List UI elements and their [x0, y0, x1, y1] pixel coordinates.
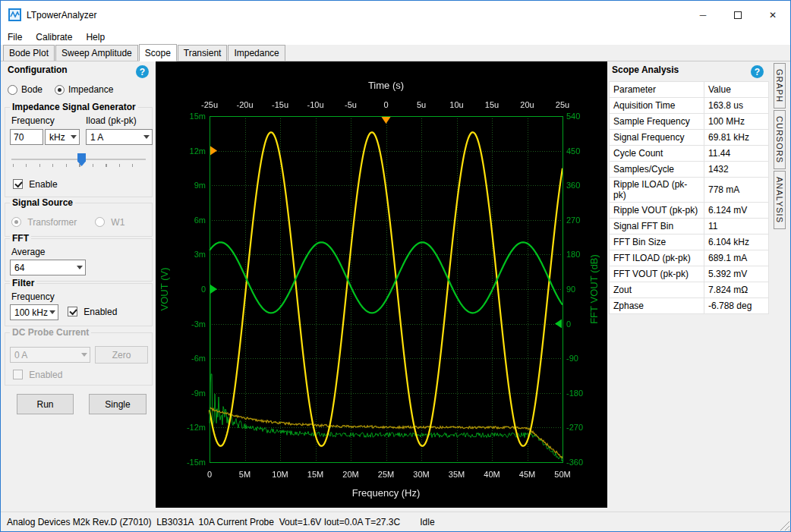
close-icon[interactable]: ✕: [755, 1, 790, 29]
analysis-row: Cycle Count11.44: [610, 146, 769, 162]
iload-slider[interactable]: [11, 152, 146, 168]
dc-probe-value: 0 A: [14, 350, 27, 360]
analysis-value: 6.124 mV: [704, 203, 769, 219]
radio-bode-circle: [8, 85, 17, 95]
menu-calibrate[interactable]: Calibrate: [29, 30, 79, 44]
frequency-unit-select[interactable]: kHz: [45, 129, 80, 145]
generator-group-title: Impedance Signal Generator: [10, 102, 138, 112]
radio-transformer[interactable]: Transformer: [11, 217, 77, 228]
tab-impedance[interactable]: Impedance: [228, 45, 285, 61]
analysis-parameter: Ripple ILOAD (pk-pk): [610, 178, 704, 203]
single-button[interactable]: Single: [89, 394, 147, 414]
side-tab-graph[interactable]: GRAPH: [774, 63, 786, 109]
enable-checkbox[interactable]: Enable: [13, 179, 58, 190]
maximize-glyph: [734, 11, 742, 19]
menu-help[interactable]: Help: [79, 30, 112, 44]
tab-transient[interactable]: Transient: [178, 45, 228, 61]
chevron-down-icon: [143, 135, 150, 139]
dc-probe-select: 0 A: [10, 347, 90, 363]
analysis-col-parameter: Parameter: [610, 82, 704, 98]
iload-select[interactable]: 1 A: [86, 129, 153, 145]
frequency-label: Frequency: [11, 115, 55, 126]
analysis-row: Signal FFT Bin11: [610, 219, 769, 235]
analysis-row: Aquisition Time163.8 us: [610, 98, 769, 114]
side-tab-analysis[interactable]: ANALYSIS: [774, 171, 786, 229]
analysis-value: -6.788 deg: [704, 298, 769, 314]
analysis-parameter: Aquisition Time: [610, 98, 704, 114]
signal-source-title: Signal Source: [10, 197, 75, 208]
dc-probe-enabled-label: Enabled: [29, 370, 62, 380]
run-button[interactable]: Run: [17, 394, 74, 414]
analysis-parameter: Zout: [610, 282, 704, 298]
status-device-info: Analog Devices M2k Rev.D (Z7010) LB3031A…: [7, 517, 400, 527]
configuration-panel: Configuration ? Bode Impedance Impedance…: [2, 61, 156, 506]
radio-impedance-label: Impedance: [68, 84, 113, 95]
analysis-value: 11: [704, 219, 769, 235]
analysis-parameter: FFT Bin Size: [610, 235, 704, 250]
dc-probe-enabled-box: [13, 370, 23, 379]
filter-enabled-box: [68, 307, 77, 316]
analysis-row: Ripple VOUT (pk-pk)6.124 mV: [610, 203, 769, 219]
filter-enabled-label: Enabled: [84, 307, 117, 317]
maximize-icon[interactable]: [720, 1, 755, 29]
tab-bode-plot[interactable]: Bode Plot: [3, 45, 55, 61]
help-icon[interactable]: ?: [136, 65, 149, 78]
scope-analysis-panel: Scope Analysis ? Parameter Value Aquisit…: [607, 61, 773, 506]
radio-transformer-circle: [11, 217, 21, 227]
iload-value: 1 A: [90, 132, 103, 143]
fft-average-value: 64: [14, 263, 24, 273]
app-window: LTpowerAnalyzer ─ ✕ FileCalibrateHelp Bo…: [0, 0, 791, 532]
analysis-parameter: Samples/Cycle: [610, 162, 704, 178]
impedance-signal-generator-group: Impedance Signal Generator Frequency Ilo…: [5, 107, 153, 197]
filter-enabled-checkbox[interactable]: Enabled: [68, 307, 117, 317]
help-icon[interactable]: ?: [751, 65, 764, 78]
analysis-header-row: Parameter Value: [610, 82, 769, 98]
radio-w1[interactable]: W1: [95, 217, 124, 228]
analysis-value: 6.104 kHz: [704, 235, 769, 250]
side-tab-cursors[interactable]: CURSORS: [774, 110, 786, 169]
analysis-parameter: Sample Frequency: [610, 114, 704, 130]
tab-scope[interactable]: Scope: [139, 44, 177, 61]
zero-button-label: Zero: [112, 350, 131, 360]
frequency-unit-value: kHz: [49, 132, 65, 143]
slider-ticks: [13, 164, 144, 167]
radio-w1-label: W1: [111, 217, 124, 228]
analysis-parameter: Signal FFT Bin: [610, 219, 704, 235]
tab-sweep-amplitude[interactable]: Sweep Amplitude: [55, 45, 138, 61]
title-bar: LTpowerAnalyzer ─ ✕: [1, 1, 790, 29]
scope-plot-area: [156, 61, 607, 508]
analysis-row: Signal Frequency69.81 kHz: [610, 130, 769, 146]
menu-bar: FileCalibrateHelp: [1, 29, 790, 45]
frequency-input[interactable]: [10, 129, 43, 145]
side-tab-strip: GRAPHCURSORSANALYSIS: [773, 61, 786, 506]
analysis-value: 163.8 us: [704, 98, 769, 114]
enable-checkbox-box: [13, 179, 23, 189]
analysis-value: 778 mA: [704, 178, 769, 203]
fft-average-select[interactable]: 64: [10, 260, 86, 275]
minimize-icon[interactable]: ─: [685, 1, 720, 29]
analysis-parameter: Cycle Count: [610, 146, 704, 162]
enable-label: Enable: [29, 179, 57, 190]
scope-plot-canvas[interactable]: [156, 61, 607, 508]
radio-bode[interactable]: Bode: [8, 84, 43, 95]
filter-frequency-value: 100 kHz: [14, 307, 48, 318]
radio-w1-circle: [95, 217, 105, 227]
radio-impedance-circle: [55, 85, 65, 95]
scope-analysis-title: Scope Analysis: [612, 65, 679, 75]
resize-grip-icon[interactable]: [779, 520, 789, 530]
average-label: Average: [11, 247, 45, 257]
analysis-parameter: Signal Frequency: [610, 130, 704, 146]
fft-group-title: FFT: [10, 233, 31, 244]
filter-frequency-select[interactable]: 100 kHz: [10, 304, 58, 320]
analysis-value: 1432: [704, 162, 769, 178]
filter-group: Filter Frequency 100 kHz Enabled: [5, 283, 153, 326]
menu-file[interactable]: File: [1, 30, 29, 44]
analysis-table-body: Aquisition Time163.8 usSample Frequency1…: [610, 98, 769, 314]
analysis-row: Ripple ILOAD (pk-pk)778 mA: [610, 178, 769, 203]
analysis-row: FFT ILOAD (pk-pk)689.1 mA: [610, 250, 769, 266]
radio-impedance[interactable]: Impedance: [55, 84, 113, 95]
dc-probe-title: DC Probe Current: [10, 327, 91, 338]
configuration-title: Configuration: [8, 65, 68, 75]
app-icon: [8, 8, 21, 21]
chevron-down-icon: [49, 310, 55, 314]
